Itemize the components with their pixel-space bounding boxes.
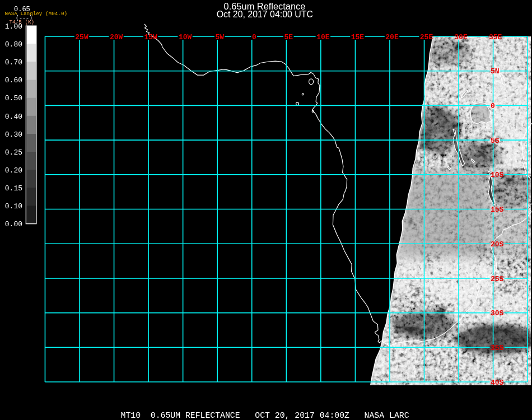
svg-text:25S: 25S (491, 275, 504, 283)
svg-text:30S: 30S (491, 309, 504, 318)
svg-text:0.15: 0.15 (5, 184, 22, 193)
svg-text:5W: 5W (215, 33, 224, 41)
svg-text:5E: 5E (284, 33, 293, 41)
svg-text:10W: 10W (179, 33, 192, 41)
svg-text:10S: 10S (491, 171, 504, 179)
svg-text:15S: 15S (491, 206, 504, 214)
svg-text:0.60: 0.60 (5, 76, 22, 85)
svg-text:35S: 35S (491, 344, 504, 352)
svg-text:T4-5 (K): T4-5 (K) (10, 19, 35, 25)
svg-text:30E: 30E (454, 33, 468, 41)
svg-text:0.30: 0.30 (5, 130, 22, 139)
svg-text:0.20: 0.20 (5, 166, 22, 175)
svg-text:5S: 5S (491, 137, 500, 145)
svg-text:20S: 20S (491, 240, 504, 249)
svg-text:0: 0 (252, 33, 256, 41)
svg-text:0.40: 0.40 (5, 113, 22, 121)
svg-text:0.50: 0.50 (5, 94, 22, 102)
svg-text:10E: 10E (316, 33, 330, 41)
svg-text:40S: 40S (491, 379, 504, 387)
svg-text:20W: 20W (110, 33, 123, 41)
svg-text:0: 0 (491, 102, 495, 110)
svg-text:15W: 15W (144, 33, 157, 41)
svg-text:25E: 25E (420, 33, 433, 41)
svg-text:25W: 25W (75, 33, 88, 41)
svg-text:15E: 15E (351, 33, 365, 41)
svg-text:0.70: 0.70 (5, 58, 22, 67)
svg-text:0.80: 0.80 (5, 40, 22, 49)
svg-text:0.25: 0.25 (5, 148, 22, 157)
svg-text:NASA Langley (M04.0): NASA Langley (M04.0) (5, 11, 68, 17)
svg-text:Oct 20, 2017 04:00 UTC: Oct 20, 2017 04:00 UTC (217, 10, 313, 19)
svg-text:35E: 35E (489, 33, 502, 41)
svg-text:20E: 20E (385, 33, 399, 41)
svg-text:MT10 0.65UM REFLECTANCE OCT: MT10 0.65UM REFLECTANCE OCT 20, 2017 04:… (121, 411, 409, 420)
svg-text:0.00: 0.00 (5, 220, 22, 228)
svg-text:5N: 5N (491, 67, 500, 76)
svg-text:0.10: 0.10 (5, 202, 22, 211)
